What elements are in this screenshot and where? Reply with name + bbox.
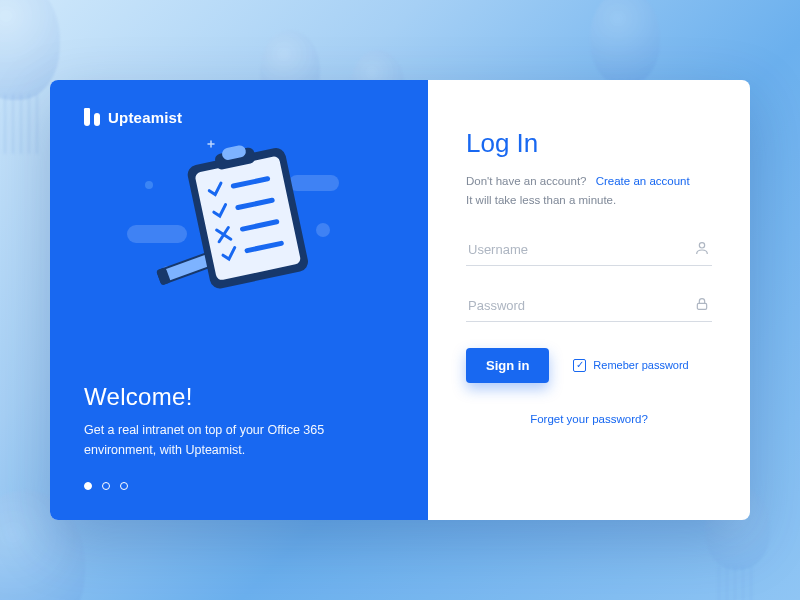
welcome-block: Welcome! Get a real intranet on top of y… [84,383,394,460]
login-title: Log In [466,128,712,159]
login-card: Upteamist [50,80,750,520]
brand: Upteamist [84,108,394,126]
remember-password-checkbox[interactable]: Remeber password [573,359,688,372]
background-jellyfish [590,0,660,85]
upteamist-logo-icon [84,108,100,126]
lock-icon [694,296,710,312]
password-field-wrap [466,290,712,322]
login-subline: It will take less than a minute. [466,192,712,209]
user-icon [694,240,710,256]
svg-rect-0 [127,225,187,243]
username-field-wrap [466,234,712,266]
remember-label: Remeber password [593,359,688,371]
carousel-dots [84,482,394,490]
username-input[interactable] [466,234,712,266]
svg-rect-1 [289,175,339,191]
login-actions-row: Sign in Remeber password [466,348,712,383]
login-subtext: Don't have an account? Create an account… [466,173,712,210]
create-account-link[interactable]: Create an account [596,175,690,187]
carousel-dot-3[interactable] [120,482,128,490]
password-input[interactable] [466,290,712,322]
checkbox-checked-icon [573,359,586,372]
svg-rect-19 [697,303,706,309]
svg-point-18 [699,242,704,247]
hero-illustration [84,140,394,310]
welcome-title: Welcome! [84,383,394,411]
carousel-dot-1[interactable] [84,482,92,490]
clipboard-illustration-icon [119,135,359,315]
sign-in-button[interactable]: Sign in [466,348,549,383]
forgot-password-link[interactable]: Forget your password? [530,413,648,425]
forgot-password-row: Forget your password? [466,409,712,427]
no-account-text: Don't have an account? [466,175,586,187]
svg-point-2 [316,223,330,237]
login-panel: Log In Don't have an account? Create an … [428,80,750,520]
svg-point-4 [145,181,153,189]
welcome-text: Get a real intranet on top of your Offic… [84,421,364,460]
hero-panel: Upteamist [50,80,428,520]
carousel-dot-2[interactable] [102,482,110,490]
brand-name: Upteamist [108,109,182,126]
